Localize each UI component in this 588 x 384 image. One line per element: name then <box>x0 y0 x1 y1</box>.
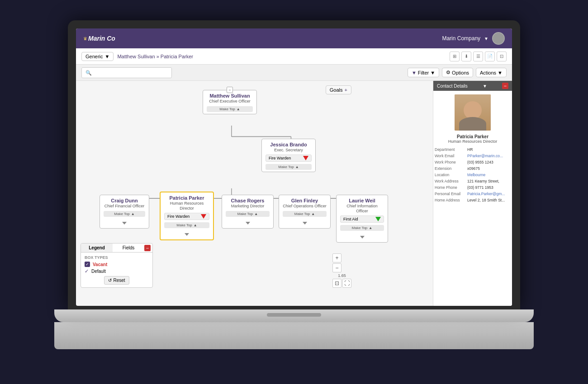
view-doc-icon[interactable]: 📄 <box>485 52 495 61</box>
exec-sec-title: Exec. Secretary <box>266 148 312 153</box>
goals-plus-icon[interactable]: + <box>345 87 347 93</box>
ceo-collapse-button[interactable]: − <box>227 87 233 93</box>
table-row: Home Phone (03) 9771 1953 <box>433 184 512 191</box>
generic-label: Generic <box>85 54 103 59</box>
location-value[interactable]: Melbourne <box>466 172 512 178</box>
filter-label: Filter <box>418 70 429 75</box>
vacant-checkbox[interactable]: ✓ <box>85 262 90 267</box>
home-phone-value: (03) 9771 1953 <box>466 184 512 191</box>
reset-icon: ↺ <box>108 278 112 283</box>
cio-expand-icon[interactable] <box>360 236 365 239</box>
hrd-node[interactable]: Patricia Parker Human Resources Director… <box>160 192 214 240</box>
ceo-node[interactable]: − Matthew Sullivan Chief Executive Offic… <box>203 90 257 114</box>
cfo-node[interactable]: Craig Dunn Chief Financial Officer Make … <box>100 195 149 229</box>
hrd-expand-icon[interactable] <box>185 233 189 236</box>
mktg-make-top-label: Make Top <box>237 212 253 216</box>
zoom-level-display: 1.65 <box>332 273 351 278</box>
zoom-in-icon: + <box>335 255 338 261</box>
generic-button[interactable]: Generic ▼ <box>81 52 114 61</box>
legend-reset-button[interactable]: ↺ Reset <box>104 276 129 285</box>
zoom-out-button[interactable]: − <box>332 263 341 272</box>
cio-make-top-label: Make Top <box>352 226 368 230</box>
hrd-role-indicator <box>201 214 206 219</box>
table-row: Extension x09675 <box>433 165 512 172</box>
view-grid-icon[interactable]: ⊞ <box>450 52 460 61</box>
dept-label: Department <box>433 146 466 153</box>
legend-box-types-label: BOX TYPES <box>85 255 149 260</box>
company-name: Marin Company <box>442 35 480 42</box>
actions-label: Actions <box>480 70 496 75</box>
contact-role: Human Resources Director <box>433 139 512 144</box>
contact-panel-title: Contact Details <box>437 84 468 89</box>
hrd-arrow-up-icon: ▲ <box>194 223 197 227</box>
breadcrumb-separator: » <box>156 54 161 59</box>
header-right: Marin Company ▼ <box>442 32 505 45</box>
view-download-icon[interactable]: ⬇ <box>461 52 471 61</box>
cio-make-top-button[interactable]: Make Top ▲ <box>340 225 384 231</box>
zoom-fullscreen-button[interactable]: ⛶ <box>342 279 351 288</box>
actions-caret-icon: ▼ <box>498 70 503 75</box>
reset-label: Reset <box>113 278 125 283</box>
cfo-make-top-button[interactable]: Make Top ▲ <box>104 211 145 217</box>
legend-panel: Legend Fields − BOX TYPES <box>81 243 153 288</box>
company-dropdown-icon[interactable]: ▼ <box>484 36 488 41</box>
cio-title: Chief Information Officer <box>340 204 384 214</box>
legend-tab-fields[interactable]: Fields <box>113 244 144 252</box>
cfo-title: Chief Financial Officer <box>104 204 145 209</box>
filter-bar: ▼ Filter ▼ ⚙ Options Actions ▼ <box>76 65 512 81</box>
breadcrumb-current[interactable]: Patricia Parker <box>161 54 193 59</box>
table-row: Location Melbourne <box>433 172 512 178</box>
work-email-value[interactable]: PParker@marin.co... <box>466 153 512 159</box>
personal-email-value[interactable]: Patricia.Parker@gm... <box>466 191 512 197</box>
cio-name: Laurie Weil <box>340 198 384 204</box>
goals-label: Goals <box>330 87 343 93</box>
options-gear-icon: ⚙ <box>446 70 450 75</box>
coo-name: Glen Finley <box>283 198 327 204</box>
exec-sec-make-top-button[interactable]: Make Top ▲ <box>266 164 312 170</box>
zoom-reset-button[interactable]: ⊡ <box>332 279 341 288</box>
filter-icon: ▼ <box>412 70 417 75</box>
toolbar-right: ⊞ ⬇ ☰ 📄 ⊡ <box>450 52 507 61</box>
mktg-make-top-button[interactable]: Make Top ▲ <box>226 211 270 217</box>
coo-arrow-up-icon: ▲ <box>311 212 315 216</box>
options-button[interactable]: ⚙ Options <box>442 68 473 77</box>
table-row: Work Phone (03) 9555 1243 <box>433 159 512 165</box>
contact-panel-close-button[interactable]: − <box>502 83 508 89</box>
location-label: Location <box>433 172 466 178</box>
zoom-controls: + − 1.65 ⊡ ⛶ <box>332 253 351 288</box>
mktg-node[interactable]: Chase Rogers Marketing Director Make Top… <box>222 195 274 229</box>
cio-role-indicator <box>375 217 381 221</box>
filter-caret-icon: ▼ <box>430 70 435 75</box>
filter-button[interactable]: ▼ Filter ▼ <box>408 68 439 77</box>
exec-sec-name: Jessica Brando <box>266 142 312 148</box>
cfo-expand-icon[interactable] <box>122 222 127 225</box>
coo-node[interactable]: Glen Finley Chief Operations Officer Mak… <box>279 195 331 229</box>
exec-sec-make-top-label: Make Top <box>278 165 294 169</box>
hrd-role-label: Fire Warden <box>167 214 190 219</box>
legend-tab-legend[interactable]: Legend <box>81 244 113 252</box>
hrd-make-top-button[interactable]: Make Top ▲ <box>164 222 209 228</box>
coo-expand-icon[interactable] <box>303 222 307 225</box>
cio-node[interactable]: Laurie Weil Chief Information Officer Fi… <box>336 195 388 243</box>
view-list-icon[interactable]: ☰ <box>473 52 483 61</box>
options-label: Options <box>452 70 469 75</box>
actions-button[interactable]: Actions ▼ <box>476 68 507 77</box>
contact-panel-header: Contact Details ▼ − <box>433 81 512 91</box>
home-address-label: Home Address <box>433 197 466 203</box>
contact-photo <box>455 94 491 131</box>
view-expand-icon[interactable]: ⊡ <box>497 52 507 61</box>
cio-arrow-up-icon: ▲ <box>369 226 372 230</box>
user-avatar[interactable] <box>492 32 505 45</box>
table-row: Work Address 121 Kearny Street, <box>433 178 512 184</box>
ceo-make-top-button[interactable]: Make Top ▲ <box>207 106 253 112</box>
work-email-label: Work Email <box>433 153 466 159</box>
coo-make-top-button[interactable]: Make Top ▲ <box>283 211 327 217</box>
exec-sec-node[interactable]: Jessica Brando Exec. Secretary Fire Ward… <box>261 139 316 172</box>
zoom-in-button[interactable]: + <box>332 253 341 262</box>
mktg-expand-icon[interactable] <box>246 222 250 225</box>
legend-close-button[interactable]: − <box>144 245 151 251</box>
search-input[interactable] <box>81 67 172 78</box>
table-row: Personal Email Patricia.Parker@gm... <box>433 191 512 197</box>
default-checkbox[interactable]: ✓ <box>85 268 89 274</box>
breadcrumb-root[interactable]: Matthew Sullivan <box>117 54 155 59</box>
